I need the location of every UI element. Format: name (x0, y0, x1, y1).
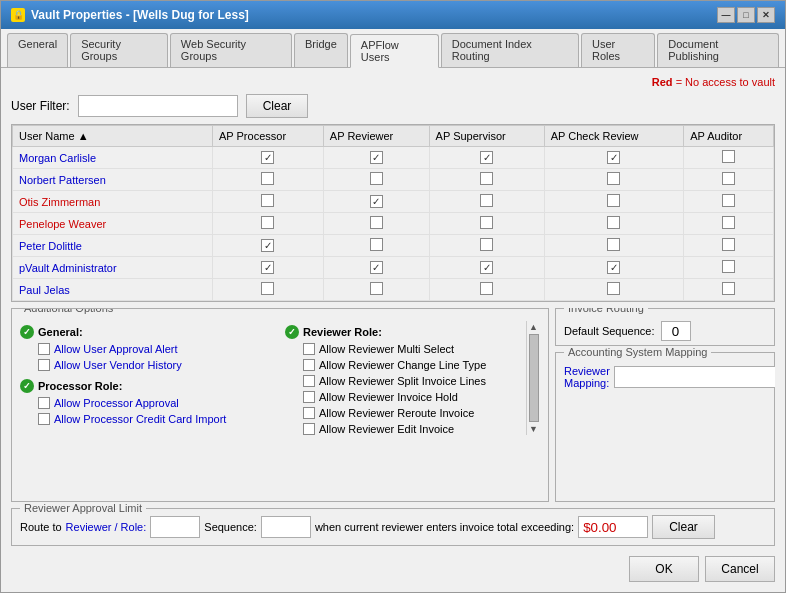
ap-supervisor-cell[interactable] (429, 279, 544, 301)
ap-auditor-cell[interactable] (684, 169, 774, 191)
ap-processor-cell[interactable] (213, 279, 324, 301)
ok-button[interactable]: OK (629, 556, 699, 582)
col-ap-check-review[interactable]: AP Check Review (544, 126, 684, 147)
user-link[interactable]: Otis Zimmerman (19, 196, 100, 208)
reviewer-split-checkbox[interactable] (303, 375, 315, 387)
ap-auditor-cell[interactable] (684, 257, 774, 279)
ap-check-review-checkbox[interactable] (607, 216, 620, 229)
ap-check-review-checkbox[interactable] (607, 151, 620, 164)
user-name-cell[interactable]: Peter Dolittle (13, 235, 213, 257)
tab-bridge[interactable]: Bridge (294, 33, 348, 67)
ap-supervisor-cell[interactable] (429, 213, 544, 235)
minimize-button[interactable]: — (717, 7, 735, 23)
col-username[interactable]: User Name ▲ (13, 126, 213, 147)
ap-reviewer-checkbox[interactable] (370, 282, 383, 295)
ap-supervisor-checkbox[interactable] (480, 172, 493, 185)
reviewer-multi-checkbox[interactable] (303, 343, 315, 355)
ap-supervisor-checkbox[interactable] (480, 151, 493, 164)
ap-processor-cell[interactable] (213, 169, 324, 191)
ap-check-review-cell[interactable] (544, 191, 684, 213)
ap-supervisor-checkbox[interactable] (480, 238, 493, 251)
reviewer-hold-checkbox[interactable] (303, 391, 315, 403)
cancel-button[interactable]: Cancel (705, 556, 775, 582)
user-link[interactable]: Penelope Weaver (19, 218, 106, 230)
ap-processor-cell[interactable] (213, 213, 324, 235)
ap-processor-cell[interactable] (213, 257, 324, 279)
default-seq-input[interactable] (661, 321, 691, 341)
ap-check-review-checkbox[interactable] (607, 194, 620, 207)
ap-reviewer-cell[interactable] (323, 257, 429, 279)
close-button[interactable]: ✕ (757, 7, 775, 23)
ap-supervisor-checkbox[interactable] (480, 216, 493, 229)
ap-reviewer-cell[interactable] (323, 169, 429, 191)
ap-auditor-checkbox[interactable] (722, 150, 735, 163)
ap-processor-cell[interactable] (213, 191, 324, 213)
processor-approval-checkbox[interactable] (38, 397, 50, 409)
user-name-cell[interactable]: Paul Jelas (13, 279, 213, 301)
reviewer-role-link[interactable]: Reviewer / Role: (66, 521, 147, 533)
ap-auditor-cell[interactable] (684, 191, 774, 213)
amount-input[interactable] (578, 516, 648, 538)
maximize-button[interactable]: □ (737, 7, 755, 23)
col-ap-supervisor[interactable]: AP Supervisor (429, 126, 544, 147)
col-ap-reviewer[interactable]: AP Reviewer (323, 126, 429, 147)
ap-supervisor-checkbox[interactable] (480, 261, 493, 274)
ap-supervisor-cell[interactable] (429, 257, 544, 279)
col-ap-auditor[interactable]: AP Auditor (684, 126, 774, 147)
clear-approval-button[interactable]: Clear (652, 515, 715, 539)
approval-alert-label[interactable]: Allow User Approval Alert (54, 343, 178, 355)
ap-reviewer-cell[interactable] (323, 191, 429, 213)
user-link[interactable]: pVault Administrator (19, 262, 117, 274)
user-link[interactable]: Peter Dolittle (19, 240, 82, 252)
table-row[interactable]: Penelope Weaver (13, 213, 774, 235)
table-row[interactable]: Otis Zimmerman (13, 191, 774, 213)
tab-document-publishing[interactable]: Document Publishing (657, 33, 779, 67)
ap-check-review-cell[interactable] (544, 257, 684, 279)
ap-processor-checkbox[interactable] (261, 239, 274, 252)
ap-supervisor-cell[interactable] (429, 191, 544, 213)
ap-check-review-cell[interactable] (544, 213, 684, 235)
ap-auditor-checkbox[interactable] (722, 282, 735, 295)
processor-approval-label[interactable]: Allow Processor Approval (54, 397, 179, 409)
sequence-input[interactable] (261, 516, 311, 538)
scroll-thumb[interactable] (529, 334, 539, 422)
ap-reviewer-checkbox[interactable] (370, 195, 383, 208)
scroll-down-btn[interactable]: ▼ (529, 424, 538, 434)
scroll-up-btn[interactable]: ▲ (529, 322, 538, 332)
table-row[interactable]: Paul Jelas (13, 279, 774, 301)
ap-reviewer-checkbox[interactable] (370, 151, 383, 164)
ap-supervisor-cell[interactable] (429, 235, 544, 257)
ap-check-review-checkbox[interactable] (607, 282, 620, 295)
reviewer-role-input[interactable] (150, 516, 200, 538)
user-name-cell[interactable]: Penelope Weaver (13, 213, 213, 235)
user-name-cell[interactable]: Norbert Pattersen (13, 169, 213, 191)
col-ap-processor[interactable]: AP Processor (213, 126, 324, 147)
ap-supervisor-checkbox[interactable] (480, 282, 493, 295)
ap-check-review-checkbox[interactable] (607, 172, 620, 185)
ap-auditor-checkbox[interactable] (722, 260, 735, 273)
ap-auditor-checkbox[interactable] (722, 216, 735, 229)
ap-check-review-checkbox[interactable] (607, 261, 620, 274)
ap-auditor-cell[interactable] (684, 235, 774, 257)
table-row[interactable]: Norbert Pattersen (13, 169, 774, 191)
tab-general[interactable]: General (7, 33, 68, 67)
table-row[interactable]: Peter Dolittle (13, 235, 774, 257)
ap-reviewer-checkbox[interactable] (370, 172, 383, 185)
tab-user-roles[interactable]: User Roles (581, 33, 655, 67)
clear-filter-button[interactable]: Clear (246, 94, 309, 118)
reviewer-mapping-input[interactable] (614, 366, 775, 388)
ap-auditor-cell[interactable] (684, 279, 774, 301)
processor-credit-card-checkbox[interactable] (38, 413, 50, 425)
ap-reviewer-cell[interactable] (323, 213, 429, 235)
vendor-history-checkbox[interactable] (38, 359, 50, 371)
ap-reviewer-cell[interactable] (323, 279, 429, 301)
ap-supervisor-cell[interactable] (429, 147, 544, 169)
user-link[interactable]: Paul Jelas (19, 284, 70, 296)
ap-auditor-checkbox[interactable] (722, 194, 735, 207)
ap-reviewer-checkbox[interactable] (370, 238, 383, 251)
vendor-history-label[interactable]: Allow User Vendor History (54, 359, 182, 371)
ap-processor-checkbox[interactable] (261, 282, 274, 295)
ap-processor-checkbox[interactable] (261, 172, 274, 185)
tab-document-index-routing[interactable]: Document Index Routing (441, 33, 579, 67)
ap-reviewer-cell[interactable] (323, 235, 429, 257)
